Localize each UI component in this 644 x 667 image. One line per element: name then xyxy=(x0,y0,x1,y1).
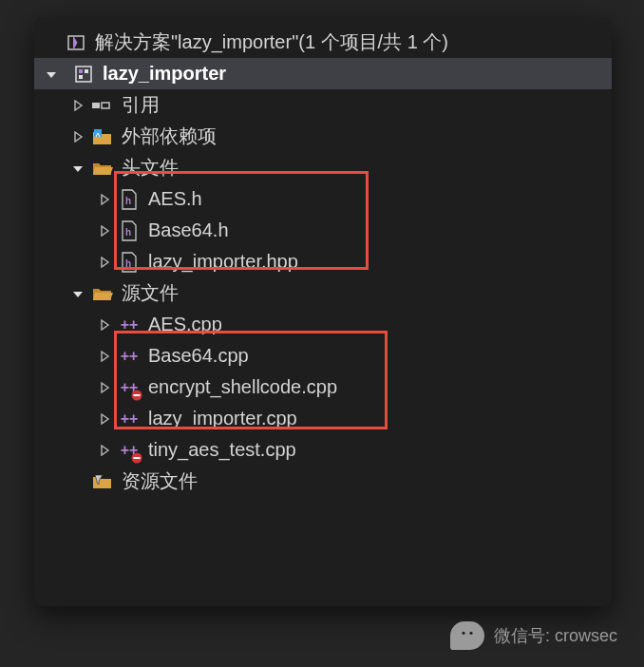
header-file-icon: h xyxy=(118,188,141,211)
solution-explorer-panel: 解决方案"lazy_importer"(1 个项目/共 1 个) lazy_im… xyxy=(34,17,612,606)
svg-point-15 xyxy=(462,632,464,635)
watermark-prefix: 微信号: xyxy=(494,626,550,645)
expander-collapsed-icon[interactable] xyxy=(95,410,114,429)
folder-open-icon xyxy=(91,157,114,180)
svg-rect-4 xyxy=(79,75,83,79)
file-label: Base64.cpp xyxy=(148,345,249,367)
file-label: Base64.h xyxy=(148,219,229,241)
references-label: 引用 xyxy=(122,92,160,118)
cpp-file-icon: ++ xyxy=(118,314,141,336)
svg-rect-5 xyxy=(92,103,100,108)
project-icon xyxy=(72,63,95,86)
source-files-row[interactable]: 源文件 xyxy=(34,277,612,309)
file-label: tiny_aes_test.cpp xyxy=(148,439,296,461)
watermark: 微信号: crowsec xyxy=(450,621,617,650)
file-aes-h-row[interactable]: h AES.h xyxy=(34,183,612,215)
expander-collapsed-icon[interactable] xyxy=(95,378,114,397)
header-files-row[interactable]: 头文件 xyxy=(34,152,612,183)
references-icon xyxy=(91,94,114,117)
file-label: lazy_importer.hpp xyxy=(148,251,298,273)
external-deps-row[interactable]: 外部依赖项 xyxy=(34,121,612,152)
file-tiny-aes-test-cpp-row[interactable]: ++ tiny_aes_test.cpp xyxy=(34,434,612,466)
header-file-icon: h xyxy=(118,219,141,242)
file-encrypt-shellcode-cpp-row[interactable]: ++ encrypt_shellcode.cpp xyxy=(34,372,612,403)
svg-rect-3 xyxy=(85,69,88,73)
file-lazy-importer-hpp-row[interactable]: h lazy_importer.hpp xyxy=(34,246,612,277)
expander-expanded-icon[interactable] xyxy=(68,284,87,303)
resource-files-row[interactable]: 资源文件 xyxy=(34,466,612,497)
file-label: AES.h xyxy=(148,188,202,210)
svg-rect-6 xyxy=(102,103,109,108)
svg-rect-1 xyxy=(76,67,91,82)
expander-expanded-icon[interactable] xyxy=(68,159,87,178)
expander-collapsed-icon[interactable] xyxy=(95,253,114,272)
svg-rect-14 xyxy=(134,457,141,459)
file-lazy-importer-cpp-row[interactable]: ++ lazy_importer.cpp xyxy=(34,403,612,434)
cpp-file-excluded-icon: ++ xyxy=(118,376,141,399)
svg-text:h: h xyxy=(125,227,131,238)
cpp-file-excluded-icon: ++ xyxy=(118,439,141,462)
expander-expanded-icon[interactable] xyxy=(42,65,61,84)
solution-label: 解决方案"lazy_importer"(1 个项目/共 1 个) xyxy=(95,29,448,55)
cpp-file-icon: ++ xyxy=(118,408,141,430)
svg-text:h: h xyxy=(125,258,131,269)
expander-collapsed-icon[interactable] xyxy=(68,127,87,146)
folder-open-icon xyxy=(91,282,114,305)
file-base64-cpp-row[interactable]: ++ Base64.cpp xyxy=(34,340,612,372)
expander-collapsed-icon[interactable] xyxy=(95,441,114,460)
folder-filter-icon xyxy=(91,470,114,493)
source-files-label: 源文件 xyxy=(122,280,179,306)
expander-collapsed-icon[interactable] xyxy=(95,221,114,240)
references-row[interactable]: 引用 xyxy=(34,89,612,121)
header-file-icon: h xyxy=(118,251,141,274)
header-files-label: 头文件 xyxy=(122,155,179,181)
expander-collapsed-icon[interactable] xyxy=(95,315,114,334)
wechat-icon xyxy=(450,621,484,650)
expander-collapsed-icon[interactable] xyxy=(95,347,114,366)
file-label: encrypt_shellcode.cpp xyxy=(148,376,337,398)
resource-files-label: 资源文件 xyxy=(122,468,198,494)
svg-text:h: h xyxy=(125,196,131,206)
svg-rect-2 xyxy=(79,69,83,73)
project-row[interactable]: lazy_importer xyxy=(34,58,612,89)
file-aes-cpp-row[interactable]: ++ AES.cpp xyxy=(34,309,612,340)
project-label: lazy_importer xyxy=(103,63,226,85)
solution-icon xyxy=(65,31,87,54)
external-deps-label: 外部依赖项 xyxy=(122,124,217,149)
solution-row[interactable]: 解决方案"lazy_importer"(1 个项目/共 1 个) xyxy=(34,27,612,58)
watermark-id: crowsec xyxy=(555,626,617,645)
file-label: lazy_importer.cpp xyxy=(148,408,297,429)
svg-rect-12 xyxy=(134,394,141,396)
cpp-file-icon: ++ xyxy=(118,345,141,368)
file-label: AES.cpp xyxy=(148,314,222,335)
expander-collapsed-icon[interactable] xyxy=(68,96,87,115)
folder-ext-icon xyxy=(91,125,114,148)
file-base64-h-row[interactable]: h Base64.h xyxy=(34,215,612,246)
svg-point-16 xyxy=(469,632,472,635)
expander-collapsed-icon[interactable] xyxy=(95,190,114,209)
